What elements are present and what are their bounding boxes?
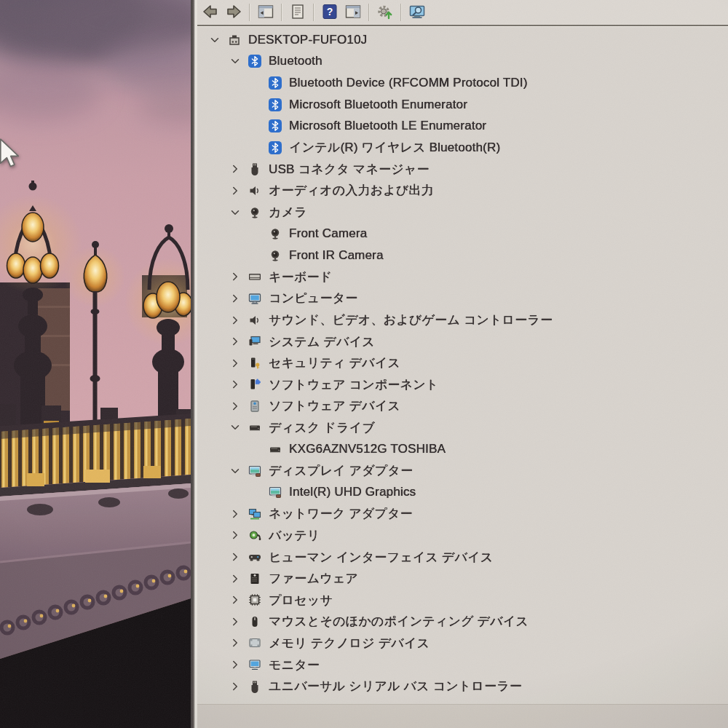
tree-item-label: モニター — [269, 657, 320, 673]
disk-icon — [248, 421, 261, 434]
tree-item[interactable]: ユニバーサル シリアル バス コントローラー — [197, 676, 728, 697]
tree-item[interactable]: セキュリティ デバイス — [197, 352, 728, 374]
tree-item[interactable]: KXG6AZNV512G TOSHIBA — [197, 438, 728, 460]
chevron-spacer — [248, 76, 263, 90]
screen-bottom-band — [197, 704, 728, 728]
chevron-right-icon[interactable] — [228, 550, 242, 564]
tree-item[interactable]: モニター — [197, 654, 728, 676]
tree-item[interactable]: カメラ — [197, 202, 728, 223]
update-driver-button[interactable] — [374, 2, 396, 23]
tree-item[interactable]: Front Camera — [197, 223, 728, 245]
tree-item[interactable]: サウンド、ビデオ、およびゲーム コントローラー — [197, 309, 728, 331]
tree-item[interactable]: Microsoft Bluetooth Enumerator — [197, 94, 728, 116]
chevron-down-icon[interactable] — [228, 205, 242, 220]
update-driver-icon — [376, 3, 394, 23]
processor-icon — [248, 593, 261, 606]
tree-item-label: マウスとそのほかのポインティング デバイス — [269, 613, 529, 630]
tree-item[interactable]: Intel(R) UHD Graphics — [197, 481, 728, 503]
tree-item[interactable]: マウスとそのほかのポインティング デバイス — [197, 611, 728, 633]
export-list-icon — [289, 3, 306, 23]
window-left-edge — [191, 0, 197, 728]
keyboard-icon — [248, 270, 261, 283]
chevron-right-icon[interactable] — [228, 291, 242, 306]
tree-item[interactable]: インテル(R) ワイヤレス Bluetooth(R) — [197, 137, 728, 159]
help-button[interactable]: ? — [319, 2, 341, 23]
tree-item[interactable]: Front IR Camera — [197, 245, 728, 266]
back-button[interactable] — [199, 2, 221, 23]
chevron-down-icon[interactable] — [207, 33, 222, 47]
tree-item[interactable]: プロセッサ — [197, 589, 728, 611]
tree-item[interactable]: ヒューマン インターフェイス デバイス — [197, 546, 728, 568]
tree-item-label: Intel(R) UHD Graphics — [289, 485, 416, 499]
chevron-spacer — [248, 485, 263, 499]
tree-item[interactable]: コンピューター — [197, 288, 728, 309]
bluetooth-icon — [269, 119, 282, 132]
tree-item-label: Microsoft Bluetooth Enumerator — [289, 98, 467, 112]
system-devices-icon — [248, 335, 261, 348]
tree-item-label: ソフトウェア コンポーネント — [269, 376, 438, 393]
tree-item-label: Bluetooth Device (RFCOMM Protocol TDI) — [289, 76, 528, 90]
chevron-down-icon[interactable] — [228, 54, 242, 68]
software-device-icon — [248, 400, 261, 413]
tree-item[interactable]: Microsoft Bluetooth LE Enumerator — [197, 115, 728, 137]
chevron-right-icon[interactable] — [228, 162, 242, 176]
toolbar-separator — [249, 4, 250, 21]
chevron-right-icon[interactable] — [228, 593, 242, 607]
chevron-right-icon[interactable] — [228, 269, 242, 284]
chevron-right-icon[interactable] — [228, 614, 242, 629]
tree-item-label: メモリ テクノロジ デバイス — [269, 635, 430, 652]
help-icon: ? — [321, 3, 339, 23]
tree-item[interactable]: メモリ テクノロジ デバイス — [197, 633, 728, 654]
desktop-wallpaper-photo — [0, 0, 191, 728]
show-action-pane-button[interactable] — [342, 2, 364, 23]
tree-item[interactable]: ネットワーク アダプター — [197, 503, 728, 525]
chevron-right-icon[interactable] — [228, 657, 242, 672]
tree-item[interactable]: ディスク ドライブ — [197, 417, 728, 439]
display-icon — [269, 486, 282, 499]
tree-item[interactable]: USB コネクタ マネージャー — [197, 159, 728, 181]
chevron-right-icon[interactable] — [228, 528, 242, 542]
chevron-right-icon[interactable] — [228, 334, 242, 349]
chevron-down-icon[interactable] — [228, 464, 242, 478]
tree-item-label: KXG6AZNV512G TOSHIBA — [289, 442, 446, 456]
forward-button[interactable] — [223, 2, 245, 23]
tree-item-label: ディスプレイ アダプター — [269, 462, 413, 479]
export-list-button[interactable] — [287, 2, 309, 23]
chevron-right-icon[interactable] — [228, 183, 242, 198]
tree-item-label: Front IR Camera — [289, 248, 384, 263]
tree-item[interactable]: ソフトウェア デバイス — [197, 395, 728, 417]
svg-text:?: ? — [327, 6, 333, 17]
mouse-cursor-icon — [0, 138, 20, 170]
tree-item[interactable]: オーディオの入力および出力 — [197, 180, 728, 202]
chevron-right-icon[interactable] — [228, 571, 242, 586]
mouse-icon — [248, 615, 261, 628]
tree-item-label: コンピューター — [269, 290, 357, 306]
audio-icon — [248, 184, 261, 197]
scan-hardware-changes-button[interactable] — [406, 2, 428, 23]
tree-item[interactable]: Bluetooth — [197, 51, 728, 73]
chevron-down-icon[interactable] — [228, 420, 242, 435]
show-console-tree-button[interactable] — [255, 2, 277, 23]
chevron-right-icon[interactable] — [228, 313, 242, 328]
chevron-right-icon[interactable] — [228, 377, 242, 392]
tree-item[interactable]: ファームウェア — [197, 568, 728, 590]
tree-item[interactable]: バッテリ — [197, 525, 728, 547]
tree-item-label: オーディオの入力および出力 — [269, 182, 434, 199]
chevron-right-icon[interactable] — [228, 636, 242, 650]
firmware-icon — [248, 572, 261, 585]
tree-item[interactable]: Bluetooth Device (RFCOMM Protocol TDI) — [197, 72, 728, 94]
tree-item[interactable]: システム デバイス — [197, 331, 728, 352]
tree-item[interactable]: キーボード — [197, 266, 728, 288]
memory-icon — [248, 636, 261, 649]
back-icon — [202, 3, 219, 23]
chevron-right-icon[interactable] — [228, 356, 242, 371]
tree-item[interactable]: ディスプレイ アダプター — [197, 460, 728, 482]
bluetooth-icon — [269, 76, 282, 90]
chevron-right-icon[interactable] — [228, 507, 242, 521]
computer-icon — [228, 33, 241, 47]
tree-item[interactable]: ソフトウェア コンポーネント — [197, 374, 728, 396]
tree-item-label: Microsoft Bluetooth LE Enumerator — [289, 119, 486, 133]
chevron-right-icon[interactable] — [228, 679, 242, 694]
tree-item[interactable]: DESKTOP-FUFO10J — [197, 29, 728, 51]
chevron-right-icon[interactable] — [228, 399, 242, 414]
